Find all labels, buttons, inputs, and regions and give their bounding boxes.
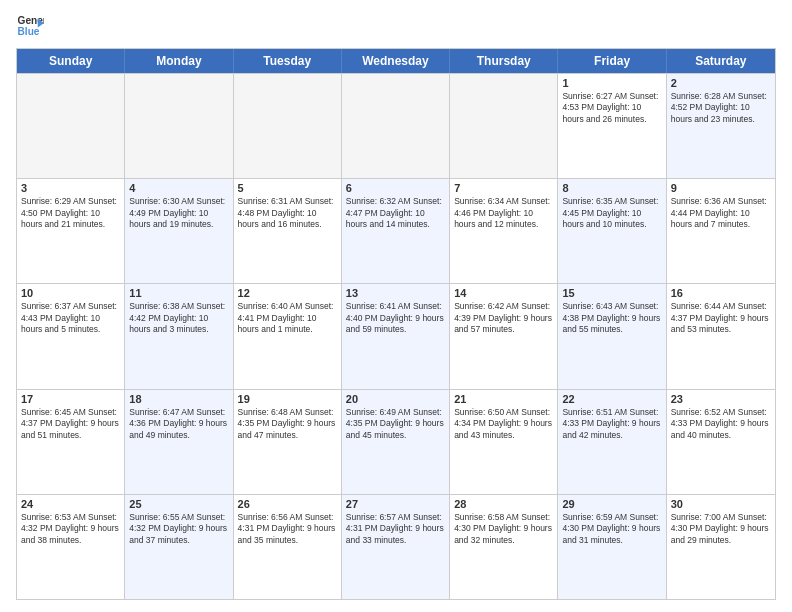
day-number: 15 <box>562 287 661 299</box>
day-number: 9 <box>671 182 771 194</box>
day-info: Sunrise: 6:32 AM Sunset: 4:47 PM Dayligh… <box>346 196 445 230</box>
calendar-cell: 23Sunrise: 6:52 AM Sunset: 4:33 PM Dayli… <box>667 390 775 494</box>
calendar-cell: 5Sunrise: 6:31 AM Sunset: 4:48 PM Daylig… <box>234 179 342 283</box>
calendar-cell: 15Sunrise: 6:43 AM Sunset: 4:38 PM Dayli… <box>558 284 666 388</box>
svg-text:Blue: Blue <box>18 26 40 37</box>
weekday-header: Monday <box>125 49 233 73</box>
calendar-cell: 25Sunrise: 6:55 AM Sunset: 4:32 PM Dayli… <box>125 495 233 599</box>
header: General Blue <box>16 12 776 40</box>
day-number: 27 <box>346 498 445 510</box>
calendar-row: 3Sunrise: 6:29 AM Sunset: 4:50 PM Daylig… <box>17 178 775 283</box>
calendar-row: 1Sunrise: 6:27 AM Sunset: 4:53 PM Daylig… <box>17 73 775 178</box>
day-info: Sunrise: 6:49 AM Sunset: 4:35 PM Dayligh… <box>346 407 445 441</box>
day-number: 6 <box>346 182 445 194</box>
day-info: Sunrise: 6:28 AM Sunset: 4:52 PM Dayligh… <box>671 91 771 125</box>
day-number: 19 <box>238 393 337 405</box>
day-number: 5 <box>238 182 337 194</box>
day-number: 2 <box>671 77 771 89</box>
day-number: 21 <box>454 393 553 405</box>
calendar-cell: 24Sunrise: 6:53 AM Sunset: 4:32 PM Dayli… <box>17 495 125 599</box>
day-number: 29 <box>562 498 661 510</box>
calendar-row: 24Sunrise: 6:53 AM Sunset: 4:32 PM Dayli… <box>17 494 775 599</box>
day-info: Sunrise: 6:44 AM Sunset: 4:37 PM Dayligh… <box>671 301 771 335</box>
calendar-cell: 14Sunrise: 6:42 AM Sunset: 4:39 PM Dayli… <box>450 284 558 388</box>
calendar-cell: 13Sunrise: 6:41 AM Sunset: 4:40 PM Dayli… <box>342 284 450 388</box>
day-info: Sunrise: 6:35 AM Sunset: 4:45 PM Dayligh… <box>562 196 661 230</box>
day-info: Sunrise: 6:42 AM Sunset: 4:39 PM Dayligh… <box>454 301 553 335</box>
day-number: 23 <box>671 393 771 405</box>
calendar-cell: 11Sunrise: 6:38 AM Sunset: 4:42 PM Dayli… <box>125 284 233 388</box>
day-info: Sunrise: 6:41 AM Sunset: 4:40 PM Dayligh… <box>346 301 445 335</box>
day-number: 28 <box>454 498 553 510</box>
calendar-cell: 1Sunrise: 6:27 AM Sunset: 4:53 PM Daylig… <box>558 74 666 178</box>
calendar-cell: 10Sunrise: 6:37 AM Sunset: 4:43 PM Dayli… <box>17 284 125 388</box>
calendar-cell: 30Sunrise: 7:00 AM Sunset: 4:30 PM Dayli… <box>667 495 775 599</box>
calendar-cell <box>450 74 558 178</box>
day-info: Sunrise: 6:31 AM Sunset: 4:48 PM Dayligh… <box>238 196 337 230</box>
calendar-cell <box>234 74 342 178</box>
day-info: Sunrise: 6:58 AM Sunset: 4:30 PM Dayligh… <box>454 512 553 546</box>
day-number: 13 <box>346 287 445 299</box>
calendar-cell: 18Sunrise: 6:47 AM Sunset: 4:36 PM Dayli… <box>125 390 233 494</box>
day-info: Sunrise: 6:53 AM Sunset: 4:32 PM Dayligh… <box>21 512 120 546</box>
day-info: Sunrise: 6:50 AM Sunset: 4:34 PM Dayligh… <box>454 407 553 441</box>
calendar-cell: 28Sunrise: 6:58 AM Sunset: 4:30 PM Dayli… <box>450 495 558 599</box>
day-number: 8 <box>562 182 661 194</box>
calendar-cell: 6Sunrise: 6:32 AM Sunset: 4:47 PM Daylig… <box>342 179 450 283</box>
calendar-cell: 20Sunrise: 6:49 AM Sunset: 4:35 PM Dayli… <box>342 390 450 494</box>
day-number: 30 <box>671 498 771 510</box>
calendar-cell: 17Sunrise: 6:45 AM Sunset: 4:37 PM Dayli… <box>17 390 125 494</box>
day-info: Sunrise: 6:34 AM Sunset: 4:46 PM Dayligh… <box>454 196 553 230</box>
page: General Blue SundayMondayTuesdayWednesda… <box>0 0 792 612</box>
day-number: 26 <box>238 498 337 510</box>
day-info: Sunrise: 7:00 AM Sunset: 4:30 PM Dayligh… <box>671 512 771 546</box>
calendar-cell: 8Sunrise: 6:35 AM Sunset: 4:45 PM Daylig… <box>558 179 666 283</box>
weekday-header: Sunday <box>17 49 125 73</box>
logo: General Blue <box>16 12 44 40</box>
day-info: Sunrise: 6:30 AM Sunset: 4:49 PM Dayligh… <box>129 196 228 230</box>
calendar-cell: 9Sunrise: 6:36 AM Sunset: 4:44 PM Daylig… <box>667 179 775 283</box>
day-info: Sunrise: 6:37 AM Sunset: 4:43 PM Dayligh… <box>21 301 120 335</box>
day-number: 7 <box>454 182 553 194</box>
calendar-cell <box>17 74 125 178</box>
day-number: 22 <box>562 393 661 405</box>
day-info: Sunrise: 6:52 AM Sunset: 4:33 PM Dayligh… <box>671 407 771 441</box>
calendar-cell: 2Sunrise: 6:28 AM Sunset: 4:52 PM Daylig… <box>667 74 775 178</box>
logo-icon: General Blue <box>16 12 44 40</box>
calendar-cell: 21Sunrise: 6:50 AM Sunset: 4:34 PM Dayli… <box>450 390 558 494</box>
weekday-header: Thursday <box>450 49 558 73</box>
day-info: Sunrise: 6:29 AM Sunset: 4:50 PM Dayligh… <box>21 196 120 230</box>
calendar-cell: 26Sunrise: 6:56 AM Sunset: 4:31 PM Dayli… <box>234 495 342 599</box>
day-number: 14 <box>454 287 553 299</box>
calendar-cell: 16Sunrise: 6:44 AM Sunset: 4:37 PM Dayli… <box>667 284 775 388</box>
calendar-cell: 22Sunrise: 6:51 AM Sunset: 4:33 PM Dayli… <box>558 390 666 494</box>
day-info: Sunrise: 6:57 AM Sunset: 4:31 PM Dayligh… <box>346 512 445 546</box>
day-number: 16 <box>671 287 771 299</box>
day-info: Sunrise: 6:47 AM Sunset: 4:36 PM Dayligh… <box>129 407 228 441</box>
day-number: 11 <box>129 287 228 299</box>
day-info: Sunrise: 6:43 AM Sunset: 4:38 PM Dayligh… <box>562 301 661 335</box>
calendar-cell: 27Sunrise: 6:57 AM Sunset: 4:31 PM Dayli… <box>342 495 450 599</box>
day-info: Sunrise: 6:56 AM Sunset: 4:31 PM Dayligh… <box>238 512 337 546</box>
calendar-cell: 3Sunrise: 6:29 AM Sunset: 4:50 PM Daylig… <box>17 179 125 283</box>
calendar-cell: 19Sunrise: 6:48 AM Sunset: 4:35 PM Dayli… <box>234 390 342 494</box>
day-info: Sunrise: 6:40 AM Sunset: 4:41 PM Dayligh… <box>238 301 337 335</box>
day-number: 20 <box>346 393 445 405</box>
day-info: Sunrise: 6:55 AM Sunset: 4:32 PM Dayligh… <box>129 512 228 546</box>
day-info: Sunrise: 6:59 AM Sunset: 4:30 PM Dayligh… <box>562 512 661 546</box>
day-number: 10 <box>21 287 120 299</box>
day-number: 18 <box>129 393 228 405</box>
calendar-cell <box>125 74 233 178</box>
calendar-header: SundayMondayTuesdayWednesdayThursdayFrid… <box>17 49 775 73</box>
calendar-cell: 7Sunrise: 6:34 AM Sunset: 4:46 PM Daylig… <box>450 179 558 283</box>
day-info: Sunrise: 6:27 AM Sunset: 4:53 PM Dayligh… <box>562 91 661 125</box>
day-info: Sunrise: 6:48 AM Sunset: 4:35 PM Dayligh… <box>238 407 337 441</box>
calendar-row: 17Sunrise: 6:45 AM Sunset: 4:37 PM Dayli… <box>17 389 775 494</box>
day-info: Sunrise: 6:36 AM Sunset: 4:44 PM Dayligh… <box>671 196 771 230</box>
day-number: 24 <box>21 498 120 510</box>
day-info: Sunrise: 6:38 AM Sunset: 4:42 PM Dayligh… <box>129 301 228 335</box>
weekday-header: Wednesday <box>342 49 450 73</box>
day-number: 1 <box>562 77 661 89</box>
calendar-cell: 12Sunrise: 6:40 AM Sunset: 4:41 PM Dayli… <box>234 284 342 388</box>
weekday-header: Friday <box>558 49 666 73</box>
